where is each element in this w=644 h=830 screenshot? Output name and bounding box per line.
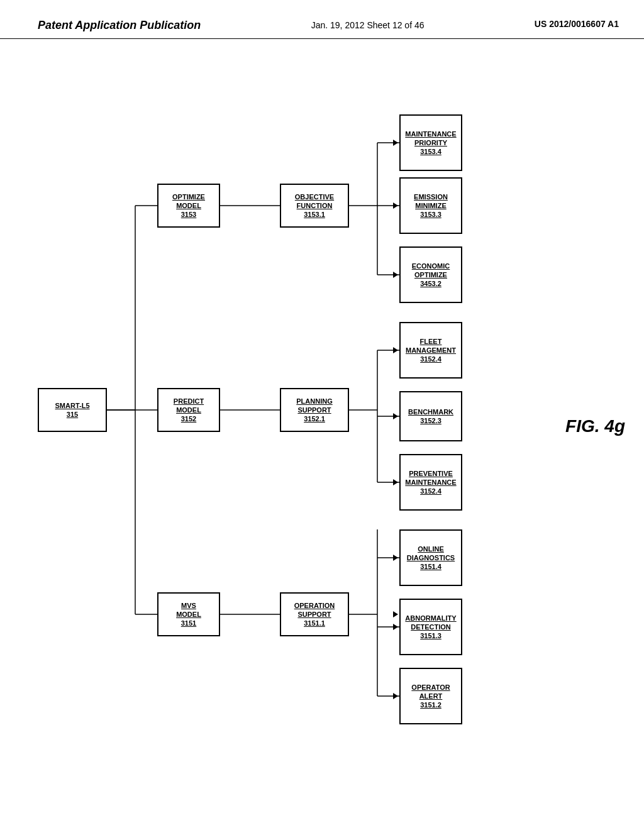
smart-l5-box: SMART-L5 315 xyxy=(38,388,107,432)
preventive-maintenance-box: PREVENTIVE MAINTENANCE 3152.4 xyxy=(399,454,462,511)
svg-marker-33 xyxy=(393,140,398,146)
publication-title: Patent Application Publication xyxy=(38,19,201,32)
figure-label: FIG. 4g xyxy=(565,416,625,436)
svg-marker-30 xyxy=(393,347,398,353)
operator-alert-box: OPERATOR ALERT 3151.2 xyxy=(399,668,462,724)
abnormality-detection-box: ABNORMALITY DETECTION 3151.3 xyxy=(399,599,462,655)
abnormality-detection-label: ABNORMALITY DETECTION 3151.3 xyxy=(405,614,456,641)
operation-support-box: OPERATION SUPPORT 3151.1 xyxy=(280,592,349,636)
diagram-area: SMART-L5 315 MVS MODEL 3151 PREDICT MODE… xyxy=(0,52,644,794)
planning-support-label: PLANNING SUPPORT 3152.1 xyxy=(296,397,332,424)
predict-model-box: PREDICT MODEL 3152 xyxy=(157,388,220,432)
online-diagnostics-box: ONLINE DIAGNOSTICS 3151.4 xyxy=(399,529,462,586)
mvs-model-box: MVS MODEL 3151 xyxy=(157,592,220,636)
emission-minimize-label: EMISSION MINIMIZE 3153.3 xyxy=(414,192,448,219)
svg-marker-25 xyxy=(393,624,398,630)
objective-function-label: OBJECTIVE FUNCTION 3153.1 xyxy=(295,192,334,219)
operation-support-label: OPERATION SUPPORT 3151.1 xyxy=(294,601,335,628)
svg-marker-32 xyxy=(393,202,398,209)
emission-minimize-box: EMISSION MINIMIZE 3153.3 xyxy=(399,177,462,234)
svg-marker-24 xyxy=(393,611,398,617)
predict-model-label: PREDICT MODEL 3152 xyxy=(174,397,204,424)
maintenance-priority-label: MAINTENANCE PRIORITY 3153.4 xyxy=(405,130,456,157)
patent-number: US 2012/0016607 A1 xyxy=(535,19,619,29)
svg-marker-27 xyxy=(393,555,398,561)
svg-marker-29 xyxy=(393,413,398,419)
online-diagnostics-label: ONLINE DIAGNOSTICS 3151.4 xyxy=(407,545,455,572)
operator-alert-label: OPERATOR ALERT 3151.2 xyxy=(411,683,450,710)
optimize-model-box: OPTIMIZE MODEL 3153 xyxy=(157,184,220,228)
planning-support-box: PLANNING SUPPORT 3152.1 xyxy=(280,388,349,432)
svg-marker-31 xyxy=(393,272,398,278)
mvs-model-label: MVS MODEL 3151 xyxy=(176,601,201,628)
preventive-maintenance-label: PREVENTIVE MAINTENANCE 3152.4 xyxy=(405,469,456,496)
fleet-management-box: FLEET MANAGEMENT 3152.4 xyxy=(399,322,462,379)
benchmark-label: BENCHMARK 3152.3 xyxy=(408,407,453,426)
svg-marker-26 xyxy=(393,693,398,699)
maintenance-priority-box: MAINTENANCE PRIORITY 3153.4 xyxy=(399,114,462,171)
optimize-model-label: OPTIMIZE MODEL 3153 xyxy=(172,192,205,219)
page-header: Patent Application Publication Jan. 19, … xyxy=(0,0,644,39)
benchmark-box: BENCHMARK 3152.3 xyxy=(399,391,462,441)
economic-optimize-box: ECONOMIC OPTIMIZE 3453.2 xyxy=(399,246,462,303)
economic-optimize-label: ECONOMIC OPTIMIZE 3453.2 xyxy=(412,262,450,289)
sheet-info: Jan. 19, 2012 Sheet 12 of 46 xyxy=(311,19,425,32)
objective-function-box: OBJECTIVE FUNCTION 3153.1 xyxy=(280,184,349,228)
fleet-management-label: FLEET MANAGEMENT 3152.4 xyxy=(406,337,456,364)
smart-l5-label: SMART-L5 315 xyxy=(55,401,90,419)
svg-marker-28 xyxy=(393,479,398,485)
